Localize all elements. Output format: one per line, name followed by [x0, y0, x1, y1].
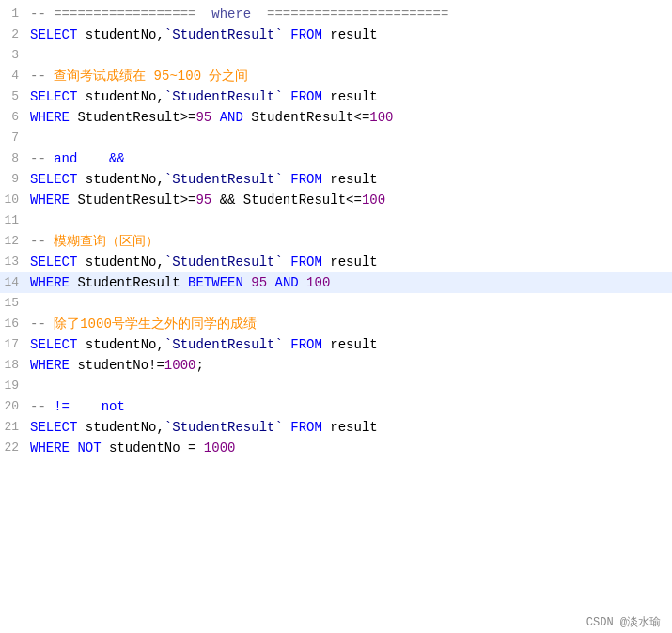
code-line-1: 1 -- ================== where ==========… — [0, 4, 672, 24]
line-content-13: SELECT studentNo,`StudentResult` FROM re… — [26, 252, 672, 272]
line-num-21: 21 — [0, 417, 26, 438]
code-line-5: 5 SELECT studentNo,`StudentResult` FROM … — [0, 86, 672, 107]
code-line-21: 21 SELECT studentNo,`StudentResult` FROM… — [0, 417, 672, 438]
line-num-16: 16 — [0, 314, 26, 334]
code-line-6: 6 WHERE StudentResult>=95 AND StudentRes… — [0, 107, 672, 128]
code-editor: 1 -- ================== where ==========… — [0, 0, 672, 610]
line-num-8: 8 — [0, 148, 26, 169]
line-num-18: 18 — [0, 355, 26, 376]
line-content-20: -- != not — [26, 396, 672, 417]
footer: CSDN @淡水瑜 — [0, 610, 672, 633]
line-num-22: 22 — [0, 438, 26, 458]
line-num-3: 3 — [0, 45, 26, 66]
line-content-11 — [26, 210, 672, 231]
line-num-15: 15 — [0, 293, 26, 314]
line-content-12: -- 模糊查询（区间） — [26, 231, 672, 252]
code-line-17: 17 SELECT studentNo,`StudentResult` FROM… — [0, 334, 672, 355]
line-num-12: 12 — [0, 231, 26, 252]
code-line-3: 3 — [0, 45, 672, 66]
code-line-7: 7 — [0, 128, 672, 148]
code-line-22: 22 WHERE NOT studentNo = 1000 — [0, 438, 672, 458]
line-num-9: 9 — [0, 169, 26, 190]
line-content-22: WHERE NOT studentNo = 1000 — [26, 438, 672, 458]
code-line-20: 20 -- != not — [0, 396, 672, 417]
line-content-15 — [26, 293, 672, 314]
code-line-12: 12 -- 模糊查询（区间） — [0, 231, 672, 252]
line-num-20: 20 — [0, 396, 26, 417]
line-content-14: WHERE StudentResult BETWEEN 95 AND 100 — [26, 272, 672, 293]
line-content-17: SELECT studentNo,`StudentResult` FROM re… — [26, 334, 672, 355]
code-line-9: 9 SELECT studentNo,`StudentResult` FROM … — [0, 169, 672, 190]
line-content-21: SELECT studentNo,`StudentResult` FROM re… — [26, 417, 672, 438]
code-line-11: 11 — [0, 210, 672, 231]
line-num-4: 4 — [0, 66, 26, 86]
line-num-2: 2 — [0, 24, 26, 45]
line-content-3 — [26, 45, 672, 66]
line-num-13: 13 — [0, 252, 26, 272]
code-line-8: 8 -- and && — [0, 148, 672, 169]
code-line-2: 2 SELECT studentNo,`StudentResult` FROM … — [0, 24, 672, 45]
line-num-11: 11 — [0, 210, 26, 231]
code-line-15: 15 — [0, 293, 672, 314]
footer-text: CSDN @淡水瑜 — [586, 614, 661, 630]
line-content-4: -- 查询考试成绩在 95~100 分之间 — [26, 66, 672, 86]
line-content-18: WHERE studentNo!=1000; — [26, 355, 672, 376]
line-content-2: SELECT studentNo,`StudentResult` FROM re… — [26, 24, 672, 45]
line-content-7 — [26, 128, 672, 148]
code-line-19: 19 — [0, 376, 672, 396]
line-num-7: 7 — [0, 128, 26, 148]
line-content-10: WHERE StudentResult>=95 && StudentResult… — [26, 190, 672, 210]
line-content-9: SELECT studentNo,`StudentResult` FROM re… — [26, 169, 672, 190]
line-num-5: 5 — [0, 86, 26, 107]
code-line-14: 14 WHERE StudentResult BETWEEN 95 AND 10… — [0, 272, 672, 293]
line-content-19 — [26, 376, 672, 396]
line-content-6: WHERE StudentResult>=95 AND StudentResul… — [26, 107, 672, 128]
line-num-10: 10 — [0, 190, 26, 210]
line-num-1: 1 — [0, 4, 26, 24]
line-num-6: 6 — [0, 107, 26, 128]
line-content-8: -- and && — [26, 148, 672, 169]
code-line-18: 18 WHERE studentNo!=1000; — [0, 355, 672, 376]
code-line-13: 13 SELECT studentNo,`StudentResult` FROM… — [0, 252, 672, 272]
line-content-16: -- 除了1000号学生之外的同学的成绩 — [26, 314, 672, 334]
code-line-4: 4 -- 查询考试成绩在 95~100 分之间 — [0, 66, 672, 86]
line-num-19: 19 — [0, 376, 26, 396]
line-num-14: 14 — [0, 272, 26, 293]
code-line-10: 10 WHERE StudentResult>=95 && StudentRes… — [0, 190, 672, 210]
line-content-5: SELECT studentNo,`StudentResult` FROM re… — [26, 86, 672, 107]
line-content-1: -- ================== where ============… — [26, 4, 672, 24]
line-num-17: 17 — [0, 334, 26, 355]
code-line-16: 16 -- 除了1000号学生之外的同学的成绩 — [0, 314, 672, 334]
